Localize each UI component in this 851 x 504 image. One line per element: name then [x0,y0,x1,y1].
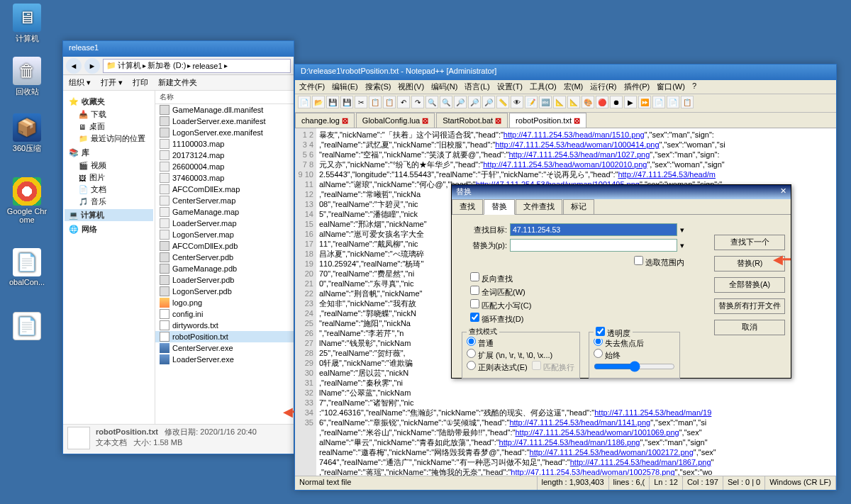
explorer-titlebar[interactable]: release1 [63,41,294,57]
toolbar-button[interactable]: ↷ [411,96,424,108]
check-inselection[interactable]: 选取范围内 [634,258,684,267]
desktop-icon-chrome[interactable]: Google Chrome [6,177,48,224]
file-row[interactable]: config.ini [155,308,294,320]
file-row[interactable]: LoaderServer.pdb [155,274,294,286]
toolbar-button[interactable]: 📄 [667,96,679,108]
radio-mode-extended[interactable]: 扩展 (\n, \r, \t, \0, \x...) [467,351,552,359]
close-icon[interactable]: ✕ [780,186,786,198]
dialog-tab[interactable]: 文件查找 [516,199,562,214]
check-dotnewline[interactable]: 匹配换行 [532,363,574,371]
file-row[interactable]: AFCComDllEx.map [155,184,294,195]
menu-item[interactable]: 语言(L) [465,82,489,92]
cancel-button[interactable]: 取消 [714,320,785,335]
file-row[interactable]: GameManage.dll.manifest [155,104,294,116]
forward-button[interactable]: ► [84,58,100,74]
editor-tab[interactable]: change.log⊠ [295,113,355,128]
replaceallopen-button[interactable]: 替换所有打开文件 [714,298,785,314]
address-bar[interactable]: 📁 计算机 ▸ 新加卷 (D:) ▸ release1 ▸ [103,59,291,73]
menu-item[interactable]: 编码(N) [431,82,457,92]
desktop-icon-globalcon[interactable]: 📄obalCon... [6,248,48,286]
toolbar-button[interactable]: 📏 [496,96,509,108]
toolbar-button[interactable]: 👁 [511,96,523,108]
check-wrap[interactable]: 循环查找(D) [470,313,684,325]
editor-tab[interactable]: GlobalConfig.lua⊠ [356,113,435,128]
file-row[interactable]: CenterServer.map [155,195,294,206]
file-row[interactable]: logo.png [155,297,294,308]
dialog-tab[interactable]: 替换 [484,199,515,215]
npp-titlebar[interactable]: D:\release1\robotPosition.txt - Notepad+… [295,65,836,80]
radio-trans-onlose[interactable]: 失去焦点后 [594,339,644,347]
toolbar-button[interactable]: 💾 [340,96,353,108]
desktop-icon-computer[interactable]: 🖥计算机 [6,4,48,44]
replace-input[interactable] [510,239,677,252]
menu-item[interactable]: 搜索(S) [365,82,391,92]
toolbar-button[interactable]: 🔴 [596,96,608,108]
toolbar-button[interactable]: ✂ [355,96,367,108]
toolbar-button[interactable]: 📄 [652,96,665,108]
file-row[interactable]: LoaderServer.exe.manifest [155,116,294,127]
dialog-tab[interactable]: 标记 [563,199,594,214]
menu-item[interactable]: 窗口(W) [657,82,685,92]
toolbar-button[interactable]: 💾 [326,96,339,108]
dropdown-icon[interactable]: ▾ [680,225,684,235]
file-row[interactable]: LogonServer.exe.manifest [155,127,294,138]
check-matchcase[interactable]: 匹配大小写(C) [470,299,684,311]
desktop-icon-360zip[interactable]: 📦360压缩 [6,113,48,154]
menu-item[interactable]: 宏(M) [564,82,584,92]
toolbar-button[interactable]: 📐 [553,96,566,108]
file-row[interactable]: 37460003.map [155,172,294,184]
nav-documents[interactable]: 📄 文档 [65,184,153,196]
toolbar-button[interactable]: ⏺ [610,96,623,108]
desktop-icon-textfile[interactable]: 📄 [6,312,48,342]
menu-organize[interactable]: 组织 ▾ [69,77,91,88]
toolbar-button[interactable]: ▶ [624,96,637,108]
file-row[interactable]: dirtywords.txt [155,320,294,331]
radio-trans-always[interactable]: 始终 [594,351,621,359]
toolbar-button[interactable]: 📝 [525,96,538,108]
column-header-name[interactable]: 名称 [155,91,294,104]
nav-music[interactable]: 🎵 音乐 [65,196,153,208]
transparency-slider[interactable] [594,361,675,372]
menu-item[interactable]: 编辑(E) [332,82,358,92]
file-row[interactable]: LoaderServer.exe [155,354,294,365]
file-row[interactable]: 11100003.map [155,138,294,150]
replaceall-button[interactable]: 全部替换(A) [714,277,785,293]
nav-network[interactable]: 🌐 网络 [65,223,153,236]
toolbar-button[interactable]: 📋 [383,96,396,108]
menu-item[interactable]: 插件(P) [624,82,650,92]
toolbar-button[interactable]: 📋 [369,96,382,108]
file-row[interactable]: 26600004.map [155,161,294,172]
menu-open[interactable]: 打开 ▾ [101,77,123,88]
findnext-button[interactable]: 查找下一个 [714,235,785,250]
check-transparency[interactable]: 透明度 [596,329,630,337]
nav-videos[interactable]: 🎬 视频 [65,159,153,172]
tab-close-icon[interactable]: ⊠ [574,116,580,125]
editor-tab[interactable]: robotPosition.txt⊠ [509,113,586,128]
toolbar-button[interactable]: 🔍 [425,96,438,108]
menu-item[interactable]: 设置(T) [497,82,523,92]
radio-mode-regex[interactable]: 正则表达式(E) [467,363,528,371]
file-row[interactable]: AFCComDllEx.pdb [155,240,294,252]
toolbar-button[interactable]: 🔍 [440,96,452,108]
file-row[interactable]: LoaderServer.map [155,218,294,229]
nav-downloads[interactable]: 📥 下载 [65,108,153,121]
nav-computer[interactable]: 💻 计算机 [65,209,153,221]
menu-print[interactable]: 打印 [133,77,148,88]
toolbar-button[interactable]: 🔤 [539,96,552,108]
toolbar-button[interactable]: 📄 [298,96,311,108]
back-button[interactable]: ◄ [66,58,82,74]
toolbar-button[interactable]: 🔎 [482,96,495,108]
menu-item[interactable]: 视图(V) [398,82,424,92]
nav-desktop[interactable]: 🖥 桌面 [65,121,153,133]
toolbar-button[interactable]: 🔎 [454,96,467,108]
toolbar-button[interactable]: 📐 [567,96,580,108]
toolbar-button[interactable]: 🎨 [582,96,594,108]
menu-item[interactable]: 工具(O) [530,82,557,92]
find-input[interactable] [510,223,677,236]
nav-libraries[interactable]: 📚 库 [65,146,153,159]
menu-item[interactable]: 运行(R) [590,82,616,92]
toolbar-button[interactable]: 📋 [681,96,694,108]
toolbar-button[interactable]: 📂 [312,96,325,108]
desktop-icon-recyclebin[interactable]: 🗑回收站 [6,57,48,97]
check-reverse[interactable]: 反向查找 [470,272,684,284]
